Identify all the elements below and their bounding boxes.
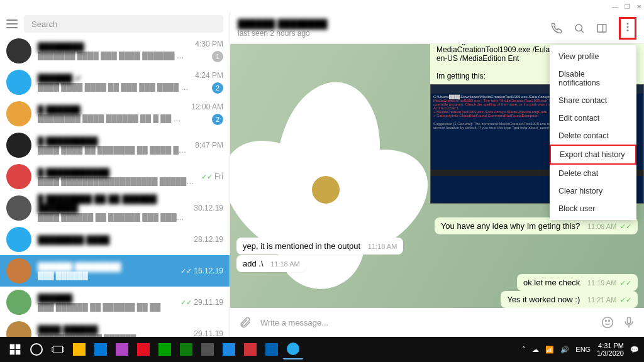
call-icon[interactable] xyxy=(551,23,562,34)
chat-preview: ████ ██████ ██ ██████ ███ ████ 🔥 ██ упаю… xyxy=(38,213,187,222)
svg-rect-10 xyxy=(628,317,631,324)
chat-list-item[interactable]: ██████ ✔ ████ ████ ████ ██ ███ ███ ████ … xyxy=(0,67,230,98)
chat-list-item[interactable]: ██████ ███ ██████ ██ ██████ ██ ██ ✓✓ 29.… xyxy=(0,287,230,318)
svg-point-8 xyxy=(606,321,607,322)
chat-title[interactable]: ██████ ████████ xyxy=(238,19,328,29)
chat-preview: ████ ██████████████████ ██████ ██████ ██… xyxy=(38,177,195,186)
app-icon[interactable] xyxy=(197,339,218,359)
menu-item-view-profile[interactable]: View profile xyxy=(550,48,636,65)
menu-item-clear-history[interactable]: Clear history xyxy=(550,182,636,200)
svg-point-6 xyxy=(627,29,629,31)
svg-point-0 xyxy=(575,25,582,31)
menu-item-delete-chat[interactable]: Delete chat xyxy=(550,165,636,182)
tray-chevron-icon[interactable]: ˄ xyxy=(522,346,526,354)
chat-list-item[interactable]: █ █████████ ████ ████ ██ ███████ ██ ████… xyxy=(0,129,230,161)
tray-volume-icon[interactable]: 🔊 xyxy=(560,346,569,354)
tray-time[interactable]: 4:31 PM xyxy=(597,342,624,349)
taskview-icon[interactable] xyxy=(48,339,68,359)
avatar xyxy=(6,70,31,95)
tray-date[interactable]: 1/3/2020 xyxy=(597,349,624,357)
app-icon[interactable] xyxy=(112,339,132,359)
unread-badge: 2 xyxy=(212,82,223,94)
avatar xyxy=(6,227,31,252)
more-options-button[interactable] xyxy=(619,17,636,40)
chat-preview: ███ ██████ ██ ██████ ██ ██ xyxy=(38,303,174,312)
tray-language[interactable]: ENG xyxy=(575,346,591,353)
chat-list-item[interactable]: ████ ██████ ████████████ ██████ 29.11.19 xyxy=(0,318,230,337)
avatar xyxy=(6,195,31,221)
telegram-taskbar-icon[interactable] xyxy=(283,339,303,359)
sidebar: Search ████████ ███████ ████ ███ ████ ██… xyxy=(0,13,230,337)
menu-item-edit-contact[interactable]: Edit contact xyxy=(550,109,636,127)
chat-preview: ████ ████ ████ ██ ███ ███ ████ ██ ██████… xyxy=(38,83,189,92)
read-ticks-icon: ✓✓ xyxy=(201,173,213,180)
svg-point-9 xyxy=(609,321,610,322)
read-ticks-icon: ✓✓ xyxy=(620,279,631,287)
message-time: 11:18 AM xyxy=(270,260,299,268)
message-out[interactable]: You have any idea why Im geting this? 11… xyxy=(435,217,638,234)
chat-list-item[interactable]: ████████ ███████ ████ ███ ████ ██████ ██… xyxy=(0,35,230,67)
message-time: 11:19 AM xyxy=(587,279,616,287)
app-icon[interactable] xyxy=(69,339,89,359)
app-icon[interactable] xyxy=(155,339,175,359)
app-icon[interactable] xyxy=(262,339,282,359)
close-button[interactable]: ✕ xyxy=(636,3,641,10)
chat-name: █ ███████████ xyxy=(38,168,195,177)
app-icon[interactable] xyxy=(219,339,239,359)
tray-cloud-icon[interactable]: ☁ xyxy=(532,346,539,354)
message-in[interactable]: add .\ 11:18 AM xyxy=(236,255,306,272)
app-icon[interactable] xyxy=(91,339,111,359)
chat-preview: ████████████ ██████ xyxy=(38,334,187,337)
start-button[interactable] xyxy=(5,339,25,359)
message-input[interactable]: Write a message... xyxy=(260,318,592,327)
menu-item-block-user[interactable]: Block user xyxy=(550,200,636,217)
minimize-button[interactable]: — xyxy=(612,3,618,10)
menu-item-disable-notifications[interactable]: Disable notifications xyxy=(550,65,636,92)
chat-name: █ █████████ xyxy=(38,136,189,146)
chat-list-item[interactable]: █ ████████ ██ ██ ██████ ███████ ████ ███… xyxy=(0,192,230,224)
message-in[interactable]: yep, it is mentioned in the output 11:18… xyxy=(236,238,403,255)
cortana-icon[interactable] xyxy=(26,339,47,359)
search-icon[interactable] xyxy=(574,23,585,34)
chat-list-item[interactable]: ██████ ████████ ███ ██████ ✓✓ 16.12.19 xyxy=(0,255,230,287)
menu-item-delete-contact[interactable]: Delete contact xyxy=(550,127,636,145)
chat-header: ██████ ████████ last seen 2 hours ago xyxy=(230,13,644,44)
chat-preview: ████████ ████ ██████ ██ █ ██ █ ████████ xyxy=(38,114,185,123)
avatar xyxy=(6,101,31,126)
microphone-icon[interactable] xyxy=(623,316,635,329)
chat-list[interactable]: ████████ ███████ ████ ███ ████ ██████ ██… xyxy=(0,35,230,337)
hamburger-icon[interactable] xyxy=(6,19,18,28)
message-text: yep, it is mentioned in the output xyxy=(243,241,360,251)
chat-list-item[interactable]: █ ██████ ████████ ████ ██████ ██ █ ██ █ … xyxy=(0,98,230,129)
chat-list-item[interactable]: █ ███████████ ████ ██████████████████ ██… xyxy=(0,161,230,192)
message-text: You have any idea why Im geting this? xyxy=(441,221,580,231)
menu-item-share-contact[interactable]: Share contact xyxy=(550,92,636,109)
attach-icon[interactable] xyxy=(239,316,252,329)
message-out[interactable]: Yes it worked now :) 11:21 AM ✓✓ xyxy=(501,291,638,308)
app-icon[interactable] xyxy=(240,339,260,359)
message-out[interactable]: ok let me check 11:19 AM ✓✓ xyxy=(517,274,638,291)
emoji-icon[interactable] xyxy=(601,316,614,329)
svg-point-5 xyxy=(627,26,629,28)
avatar xyxy=(6,164,31,189)
sidebar-toggle-icon[interactable] xyxy=(596,23,608,34)
chat-name: ████████ xyxy=(38,42,189,52)
chat-name: ██████ ✔ xyxy=(38,74,189,83)
app-icon[interactable] xyxy=(133,339,153,359)
unread-badge: 2 xyxy=(212,114,223,125)
maximize-button[interactable]: ❐ xyxy=(625,3,630,10)
sidebar-header: Search xyxy=(0,13,230,35)
read-ticks-icon: ✓✓ xyxy=(180,299,192,306)
app-icon[interactable] xyxy=(176,339,196,359)
search-placeholder: Search xyxy=(31,19,57,29)
avatar xyxy=(6,133,31,158)
chat-name: ████████ ████ xyxy=(38,235,187,244)
tray-wifi-icon[interactable]: 📶 xyxy=(545,346,554,354)
search-input[interactable]: Search xyxy=(24,15,223,33)
svg-rect-16 xyxy=(52,348,53,352)
notification-icon[interactable]: 💬 xyxy=(630,346,639,354)
chat-list-item[interactable]: ████████ ████ 28.12.19 xyxy=(0,224,230,255)
read-ticks-icon: ✓✓ xyxy=(620,222,631,230)
menu-item-export-chat-history[interactable]: Export chat history xyxy=(550,145,636,165)
chat-name: ████ ██████ xyxy=(38,325,187,334)
